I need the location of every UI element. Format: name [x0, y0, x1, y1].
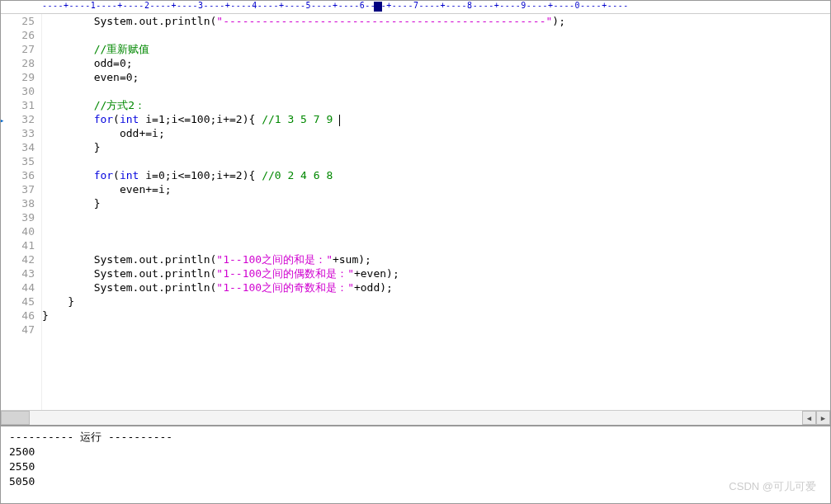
- editor-window: ----+----1----+----2----+----3----+----4…: [0, 0, 831, 504]
- line-number: 42: [1, 252, 35, 266]
- scroll-left-button[interactable]: ◀: [802, 411, 816, 425]
- line-number: 35: [1, 154, 35, 168]
- code-line[interactable]: }: [42, 309, 830, 323]
- code-line[interactable]: [42, 323, 830, 337]
- editor-main: 2526272829303132333435363738394041424344…: [1, 14, 830, 410]
- code-line[interactable]: }: [42, 140, 830, 154]
- scroll-right-button[interactable]: ▶: [816, 411, 830, 425]
- code-line[interactable]: [42, 84, 830, 98]
- line-number: 37: [1, 182, 35, 196]
- code-line[interactable]: System.out.println("--------------------…: [42, 14, 830, 28]
- line-number: 44: [1, 280, 35, 294]
- line-number: 34: [1, 140, 35, 154]
- code-line[interactable]: even=0;: [42, 70, 830, 84]
- line-number: 31: [1, 98, 35, 112]
- line-number: 32: [1, 112, 35, 126]
- code-line[interactable]: [42, 224, 830, 238]
- ruler-text: ----+----1----+----2----+----3----+----4…: [42, 1, 629, 10]
- line-number: 41: [1, 238, 35, 252]
- line-number: 25: [1, 14, 35, 28]
- line-number: 36: [1, 168, 35, 182]
- line-number: 26: [1, 28, 35, 42]
- code-line[interactable]: //方式2：: [42, 98, 830, 112]
- line-number: 33: [1, 126, 35, 140]
- line-number: 40: [1, 224, 35, 238]
- line-number: 28: [1, 56, 35, 70]
- line-number-gutter: 2526272829303132333435363738394041424344…: [1, 14, 42, 410]
- line-number: 30: [1, 84, 35, 98]
- code-line[interactable]: //重新赋值: [42, 42, 830, 56]
- code-line[interactable]: System.out.println("1--100之间的奇数和是："+odd)…: [42, 280, 830, 294]
- line-number: 39: [1, 210, 35, 224]
- scrollbar-thumb[interactable]: [1, 411, 30, 425]
- line-number: 27: [1, 42, 35, 56]
- code-line[interactable]: [42, 210, 830, 224]
- code-line[interactable]: }: [42, 294, 830, 309]
- code-area[interactable]: System.out.println("--------------------…: [42, 14, 830, 410]
- output-pane[interactable]: ---------- 运行 ---------- 2500 2550 5050: [1, 425, 830, 503]
- code-line[interactable]: System.out.println("1--100之间的偶数和是："+even…: [42, 266, 830, 280]
- column-ruler: ----+----1----+----2----+----3----+----4…: [1, 1, 830, 14]
- code-line[interactable]: System.out.println("1--100之间的和是："+sum);: [42, 252, 830, 266]
- code-line[interactable]: }: [42, 196, 830, 210]
- line-number: 47: [1, 323, 35, 337]
- code-line[interactable]: for(int i=1;i<=100;i+=2){ //1 3 5 7 9: [42, 112, 830, 126]
- scrollbar-track[interactable]: [1, 411, 802, 425]
- code-line[interactable]: odd=0;: [42, 56, 830, 70]
- line-number: 45: [1, 294, 35, 309]
- code-line[interactable]: [42, 28, 830, 42]
- ruler-cursor-marker: [374, 2, 382, 12]
- code-line[interactable]: for(int i=0;i<=100;i+=2){ //0 2 4 6 8: [42, 168, 830, 182]
- code-line[interactable]: odd+=i;: [42, 126, 830, 140]
- horizontal-scrollbar[interactable]: ◀ ▶: [1, 410, 830, 425]
- code-line[interactable]: even+=i;: [42, 182, 830, 196]
- line-number: 43: [1, 266, 35, 280]
- code-line[interactable]: [42, 238, 830, 252]
- line-number: 38: [1, 196, 35, 210]
- line-number: 29: [1, 70, 35, 84]
- code-line[interactable]: [42, 154, 830, 168]
- line-number: 46: [1, 309, 35, 323]
